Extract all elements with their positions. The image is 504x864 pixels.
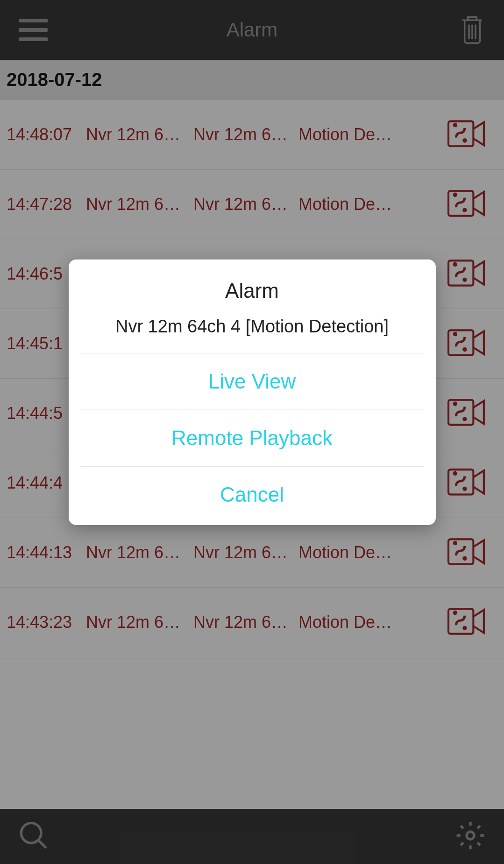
dialog-subtitle: Nvr 12m 64ch 4 [Motion Detection] [69,317,436,353]
cancel-button[interactable]: Cancel [80,466,424,525]
alarm-dialog: Alarm Nvr 12m 64ch 4 [Motion Detection] … [69,259,436,525]
modal-overlay[interactable]: Alarm Nvr 12m 64ch 4 [Motion Detection] … [0,0,504,864]
live-view-button[interactable]: Live View [80,353,424,410]
remote-playback-button[interactable]: Remote Playback [80,410,424,466]
dialog-title: Alarm [69,259,436,317]
